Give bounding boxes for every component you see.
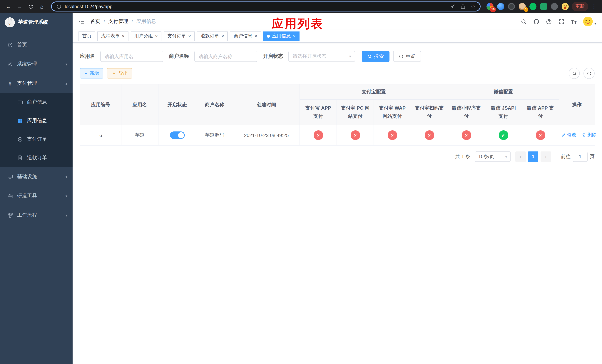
address-bar[interactable]: localhost:1024/pay/app ☆ [51,1,481,11]
browser-update-button[interactable]: 更新 [572,2,588,11]
extension-icon-7[interactable] [551,3,558,10]
help-icon[interactable] [546,18,552,25]
search-icon [367,54,372,59]
caret-down-icon: ▾ [594,22,596,27]
extension-icon-4[interactable]: 1 [519,3,526,10]
toggle-search-button[interactable] [569,68,580,79]
tab-close-icon[interactable]: × [221,34,224,39]
sidebar-item-label: 系统管理 [17,61,37,67]
column-header-wechat-jsapi: 微信 JSAPI 支付 [485,99,522,125]
page-info-icon[interactable] [56,4,62,9]
tab-payment-order[interactable]: 支付订单 × [164,31,194,41]
sidebar-item-workflow[interactable]: 工作流程 ▾ [0,205,73,225]
tab-user-group[interactable]: 用户分组 × [130,31,161,41]
next-page-button[interactable]: › [540,151,551,162]
page-1-button[interactable]: 1 [528,151,538,162]
monitor-icon [7,174,13,180]
browser-window: ← → ⌂ localhost:1024/pay/app ☆ 10 1 更新 ⋮ [0,0,602,364]
tab-app-info[interactable]: 应用信息 × [263,31,299,41]
back-button[interactable]: ← [4,2,13,11]
column-header-app-id: 应用编号 [80,84,121,125]
tab-merchant-info[interactable]: 商户信息 × [230,31,261,41]
tab-close-icon[interactable]: × [293,34,296,39]
tab-process-form[interactable]: 流程表单 × [97,31,128,41]
payment-submenu: 商户信息 应用信息 支付订单 退款订单 [0,93,73,167]
search-button[interactable]: 搜索 [362,51,389,62]
app-name-label: 应用名 [80,53,95,60]
merchant-name-label: 商户名称 [169,53,189,60]
sidebar-item-payment-order[interactable]: 支付订单 [0,130,73,149]
tab-close-icon[interactable]: × [255,34,257,39]
home-button[interactable]: ⌂ [37,2,47,11]
chevron-up-icon: ▴ [65,81,67,85]
logo-image [5,17,15,27]
tag-view-bar: 首页 流程表单 × 用户分组 × 支付订单 × [73,30,602,43]
app-title: 芋道管理系统 [18,19,48,26]
browser-menu-button[interactable]: ⋮ [590,3,598,10]
tab-label: 商户信息 [234,33,252,39]
password-key-icon[interactable] [450,4,456,9]
cell-created: 2021-10-23 08:49:25 [233,125,300,145]
sidebar-item-label: 支付管理 [17,80,37,87]
fullscreen-icon[interactable] [558,18,565,25]
tab-label: 支付订单 [167,33,186,39]
sidebar-item-app-info[interactable]: 应用信息 [0,111,73,130]
breadcrumb-separator: / [104,19,105,24]
row-status-toggle[interactable] [170,131,184,139]
tab-close-icon[interactable]: × [188,34,191,39]
goto-page-input[interactable] [573,152,588,162]
tab-label: 流程表单 [101,33,119,39]
sidebar-item-system-management[interactable]: 系统管理 ▾ [0,54,73,74]
extension-icon-3[interactable] [508,3,515,10]
extension-icon-1[interactable]: 10 [486,3,494,10]
trash-icon [581,133,586,137]
sidebar-item-merchant-info[interactable]: 商户信息 [0,93,73,111]
merchant-name-input[interactable] [194,51,257,62]
share-icon[interactable] [460,4,466,9]
reload-button[interactable] [26,2,35,11]
column-group-wechat: 微信配置 [448,84,559,99]
edit-link[interactable]: 修改 [561,132,576,138]
tab-close-icon[interactable]: × [122,34,125,39]
gear-icon [7,61,13,67]
tab-close-icon[interactable]: × [155,34,158,39]
download-icon [111,71,116,76]
tab-refund-order[interactable]: 退款订单 × [197,31,228,41]
status-select[interactable]: 请选择开启状态 ▾ [288,51,355,62]
sidebar-item-home[interactable]: 首页 [0,35,73,54]
tab-home[interactable]: 首页 [78,31,95,41]
forward-button[interactable]: → [15,2,24,11]
breadcrumb-home[interactable]: 首页 [90,18,100,25]
extension-icon-5[interactable] [529,3,537,10]
delete-link[interactable]: 删除 [581,132,597,138]
extension-icon-8[interactable] [562,3,569,10]
font-size-icon[interactable]: TT [571,19,577,24]
github-icon[interactable] [533,18,539,25]
page-size-select[interactable]: 10条/页 ▾ [475,151,511,162]
export-button[interactable]: 导出 [107,68,132,78]
prev-page-button[interactable]: ‹ [515,151,526,162]
card-icon [17,99,23,105]
reset-button[interactable]: 重置 [393,51,421,62]
column-group-alipay: 支付宝配置 [300,84,448,99]
add-button[interactable]: + 新增 [80,68,103,78]
chevron-down-icon: ▾ [349,54,351,59]
top-navbar: 首页 / 支付管理 / 应用信息 应用列表 TT [73,13,602,30]
app-name-input[interactable] [100,51,163,62]
sidebar-toggle-icon[interactable] [78,18,85,25]
refresh-table-button[interactable] [583,68,595,79]
search-icon[interactable] [521,18,527,25]
app-logo[interactable]: 芋道管理系统 [0,13,73,32]
bookmark-star-icon[interactable]: ☆ [471,3,475,10]
wechat-jsapi-pay-status-icon: ✓ [498,130,508,140]
pagination: 共 1 条 10条/页 ▾ ‹ 1 › 前往 页 [80,151,595,162]
sidebar-item-refund-order[interactable]: 退款订单 [0,149,73,167]
extension-icon-6[interactable] [540,3,547,10]
breadcrumb-payment-management[interactable]: 支付管理 [108,18,128,25]
sidebar-item-dev-tools[interactable]: 研发工具 ▾ [0,186,73,205]
extension-icon-2[interactable] [497,3,504,10]
user-avatar[interactable]: ▾ [583,16,596,27]
tab-label: 首页 [82,33,91,39]
sidebar-item-payment-management[interactable]: ¥ 支付管理 ▴ [0,74,73,93]
sidebar-item-infrastructure[interactable]: 基础设施 ▾ [0,167,73,186]
